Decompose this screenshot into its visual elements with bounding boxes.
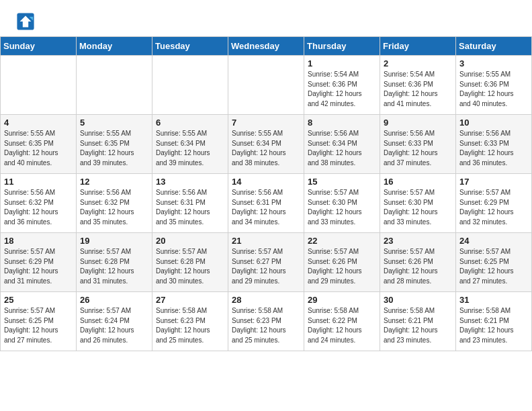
day-cell: 19Sunrise: 5:57 AM Sunset: 6:28 PM Dayli… <box>77 233 152 292</box>
day-cell: 16Sunrise: 5:57 AM Sunset: 6:30 PM Dayli… <box>380 174 456 233</box>
day-cell <box>1 56 77 115</box>
day-number: 5 <box>80 118 148 128</box>
day-info: Sunrise: 5:54 AM Sunset: 6:36 PM Dayligh… <box>384 70 452 109</box>
day-cell: 1Sunrise: 5:54 AM Sunset: 6:36 PM Daylig… <box>304 56 380 115</box>
day-number: 21 <box>232 236 300 246</box>
day-cell: 21Sunrise: 5:57 AM Sunset: 6:27 PM Dayli… <box>228 233 304 292</box>
day-info: Sunrise: 5:57 AM Sunset: 6:29 PM Dayligh… <box>4 247 73 286</box>
day-cell: 13Sunrise: 5:56 AM Sunset: 6:31 PM Dayli… <box>152 174 228 233</box>
day-cell: 6Sunrise: 5:55 AM Sunset: 6:34 PM Daylig… <box>152 115 228 174</box>
day-info: Sunrise: 5:57 AM Sunset: 6:28 PM Dayligh… <box>80 247 148 286</box>
week-row-2: 11Sunrise: 5:56 AM Sunset: 6:32 PM Dayli… <box>1 174 532 233</box>
logo-icon <box>16 12 35 31</box>
logo <box>16 12 38 31</box>
day-info: Sunrise: 5:56 AM Sunset: 6:32 PM Dayligh… <box>80 188 148 227</box>
week-row-0: 1Sunrise: 5:54 AM Sunset: 6:36 PM Daylig… <box>1 56 532 115</box>
day-cell: 8Sunrise: 5:56 AM Sunset: 6:34 PM Daylig… <box>304 115 380 174</box>
day-cell: 15Sunrise: 5:57 AM Sunset: 6:30 PM Dayli… <box>304 174 380 233</box>
page-header <box>0 0 532 36</box>
weekday-header-sunday: Sunday <box>1 37 77 56</box>
day-cell <box>152 56 228 115</box>
day-number: 9 <box>384 118 452 128</box>
day-number: 30 <box>384 295 452 305</box>
day-cell: 14Sunrise: 5:56 AM Sunset: 6:31 PM Dayli… <box>228 174 304 233</box>
day-info: Sunrise: 5:58 AM Sunset: 6:23 PM Dayligh… <box>156 306 224 345</box>
day-cell: 23Sunrise: 5:57 AM Sunset: 6:26 PM Dayli… <box>380 233 456 292</box>
day-cell: 10Sunrise: 5:56 AM Sunset: 6:33 PM Dayli… <box>456 115 532 174</box>
weekday-header-tuesday: Tuesday <box>152 37 228 56</box>
day-info: Sunrise: 5:56 AM Sunset: 6:32 PM Dayligh… <box>4 188 73 227</box>
day-info: Sunrise: 5:57 AM Sunset: 6:27 PM Dayligh… <box>232 247 300 286</box>
day-number: 13 <box>156 177 224 187</box>
day-number: 31 <box>459 295 528 305</box>
day-number: 2 <box>384 58 452 68</box>
day-info: Sunrise: 5:55 AM Sunset: 6:36 PM Dayligh… <box>459 70 528 109</box>
day-info: Sunrise: 5:57 AM Sunset: 6:28 PM Dayligh… <box>156 247 224 286</box>
day-number: 28 <box>232 295 300 305</box>
calendar-wrapper: SundayMondayTuesdayWednesdayThursdayFrid… <box>0 36 532 351</box>
day-info: Sunrise: 5:55 AM Sunset: 6:34 PM Dayligh… <box>156 129 224 168</box>
day-cell: 3Sunrise: 5:55 AM Sunset: 6:36 PM Daylig… <box>456 56 532 115</box>
weekday-header-thursday: Thursday <box>304 37 380 56</box>
day-cell: 9Sunrise: 5:56 AM Sunset: 6:33 PM Daylig… <box>380 115 456 174</box>
day-cell <box>77 56 152 115</box>
day-info: Sunrise: 5:57 AM Sunset: 6:24 PM Dayligh… <box>80 306 148 345</box>
calendar-table: SundayMondayTuesdayWednesdayThursdayFrid… <box>0 36 532 351</box>
weekday-header-wednesday: Wednesday <box>228 37 304 56</box>
day-info: Sunrise: 5:56 AM Sunset: 6:31 PM Dayligh… <box>156 188 224 227</box>
day-number: 17 <box>459 177 528 187</box>
day-number: 8 <box>308 118 376 128</box>
day-info: Sunrise: 5:58 AM Sunset: 6:23 PM Dayligh… <box>232 306 300 345</box>
day-cell: 26Sunrise: 5:57 AM Sunset: 6:24 PM Dayli… <box>77 292 152 351</box>
day-number: 1 <box>308 58 376 68</box>
day-cell <box>228 56 304 115</box>
weekday-header-friday: Friday <box>380 37 456 56</box>
day-cell: 4Sunrise: 5:55 AM Sunset: 6:35 PM Daylig… <box>1 115 77 174</box>
day-cell: 29Sunrise: 5:58 AM Sunset: 6:22 PM Dayli… <box>304 292 380 351</box>
day-number: 14 <box>232 177 300 187</box>
day-info: Sunrise: 5:58 AM Sunset: 6:21 PM Dayligh… <box>384 306 452 345</box>
day-cell: 25Sunrise: 5:57 AM Sunset: 6:25 PM Dayli… <box>1 292 77 351</box>
day-cell: 28Sunrise: 5:58 AM Sunset: 6:23 PM Dayli… <box>228 292 304 351</box>
week-row-1: 4Sunrise: 5:55 AM Sunset: 6:35 PM Daylig… <box>1 115 532 174</box>
day-number: 26 <box>80 295 148 305</box>
day-cell: 11Sunrise: 5:56 AM Sunset: 6:32 PM Dayli… <box>1 174 77 233</box>
day-cell: 24Sunrise: 5:57 AM Sunset: 6:25 PM Dayli… <box>456 233 532 292</box>
day-number: 18 <box>4 236 73 246</box>
day-info: Sunrise: 5:58 AM Sunset: 6:22 PM Dayligh… <box>308 306 376 345</box>
weekday-header-saturday: Saturday <box>456 37 532 56</box>
day-info: Sunrise: 5:57 AM Sunset: 6:25 PM Dayligh… <box>459 247 528 286</box>
day-cell: 7Sunrise: 5:55 AM Sunset: 6:34 PM Daylig… <box>228 115 304 174</box>
day-number: 25 <box>4 295 73 305</box>
week-row-4: 25Sunrise: 5:57 AM Sunset: 6:25 PM Dayli… <box>1 292 532 351</box>
day-cell: 22Sunrise: 5:57 AM Sunset: 6:26 PM Dayli… <box>304 233 380 292</box>
day-number: 29 <box>308 295 376 305</box>
day-number: 22 <box>308 236 376 246</box>
day-info: Sunrise: 5:58 AM Sunset: 6:21 PM Dayligh… <box>459 306 528 345</box>
week-row-3: 18Sunrise: 5:57 AM Sunset: 6:29 PM Dayli… <box>1 233 532 292</box>
day-cell: 18Sunrise: 5:57 AM Sunset: 6:29 PM Dayli… <box>1 233 77 292</box>
day-cell: 12Sunrise: 5:56 AM Sunset: 6:32 PM Dayli… <box>77 174 152 233</box>
day-info: Sunrise: 5:57 AM Sunset: 6:26 PM Dayligh… <box>384 247 452 286</box>
day-info: Sunrise: 5:55 AM Sunset: 6:35 PM Dayligh… <box>80 129 148 168</box>
day-info: Sunrise: 5:55 AM Sunset: 6:35 PM Dayligh… <box>4 129 73 168</box>
day-number: 10 <box>459 118 528 128</box>
day-number: 4 <box>4 118 73 128</box>
day-info: Sunrise: 5:57 AM Sunset: 6:29 PM Dayligh… <box>459 188 528 227</box>
day-number: 24 <box>459 236 528 246</box>
day-info: Sunrise: 5:56 AM Sunset: 6:33 PM Dayligh… <box>459 129 528 168</box>
weekday-header-monday: Monday <box>77 37 152 56</box>
day-info: Sunrise: 5:56 AM Sunset: 6:33 PM Dayligh… <box>384 129 452 168</box>
day-info: Sunrise: 5:56 AM Sunset: 6:31 PM Dayligh… <box>232 188 300 227</box>
day-number: 11 <box>4 177 73 187</box>
day-info: Sunrise: 5:57 AM Sunset: 6:26 PM Dayligh… <box>308 247 376 286</box>
day-info: Sunrise: 5:54 AM Sunset: 6:36 PM Dayligh… <box>308 70 376 109</box>
day-number: 12 <box>80 177 148 187</box>
day-number: 20 <box>156 236 224 246</box>
day-number: 27 <box>156 295 224 305</box>
day-number: 6 <box>156 118 224 128</box>
day-cell: 27Sunrise: 5:58 AM Sunset: 6:23 PM Dayli… <box>152 292 228 351</box>
day-number: 15 <box>308 177 376 187</box>
day-info: Sunrise: 5:56 AM Sunset: 6:34 PM Dayligh… <box>308 129 376 168</box>
day-cell: 5Sunrise: 5:55 AM Sunset: 6:35 PM Daylig… <box>77 115 152 174</box>
